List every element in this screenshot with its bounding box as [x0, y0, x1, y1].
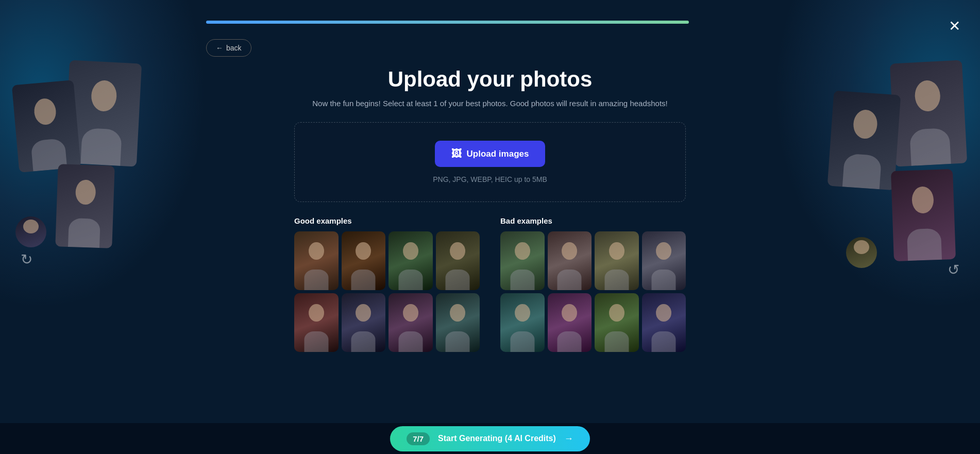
- good-example-7: [388, 293, 433, 352]
- upload-icon: 🖼: [451, 148, 462, 160]
- close-button[interactable]: ✕: [944, 15, 965, 36]
- good-examples-grid: [294, 231, 480, 352]
- upload-dropzone[interactable]: 🖼 Upload images PNG, JPG, WEBP, HEIC up …: [294, 122, 686, 202]
- page-subtitle: Now the fun begins! Select at least 1 of…: [312, 99, 668, 108]
- good-example-2: [342, 231, 386, 290]
- cta-arrow-icon: →: [564, 433, 573, 444]
- upload-counter: 7/7: [407, 432, 430, 445]
- bad-example-7: [595, 293, 639, 352]
- bad-example-4: [642, 231, 686, 290]
- bad-example-2: [548, 231, 592, 290]
- progress-bar-fill: [206, 21, 689, 24]
- good-example-6: [342, 293, 386, 352]
- bad-example-3: [595, 231, 639, 290]
- bad-example-5: [500, 293, 545, 352]
- good-example-3: [388, 231, 433, 290]
- bad-examples-label: Bad examples: [500, 216, 686, 225]
- good-examples-col: Good examples: [294, 216, 480, 352]
- page-title: Upload your photos: [388, 67, 593, 92]
- bad-example-1: [500, 231, 545, 290]
- bottom-cta-bar: 7/7 Start Generating (4 AI Credits) →: [0, 423, 980, 454]
- start-generating-button[interactable]: 7/7 Start Generating (4 AI Credits) →: [390, 426, 590, 451]
- upload-images-button[interactable]: 🖼 Upload images: [435, 141, 546, 167]
- good-example-8: [436, 293, 480, 352]
- upload-button-label: Upload images: [467, 149, 529, 159]
- good-example-4: [436, 231, 480, 290]
- bad-examples-col: Bad examples: [500, 216, 686, 352]
- bad-example-6: [548, 293, 592, 352]
- good-example-5: [294, 293, 339, 352]
- bad-example-8: [642, 293, 686, 352]
- progress-bar-container: [206, 21, 774, 24]
- good-examples-label: Good examples: [294, 216, 480, 225]
- upload-format-hint: PNG, JPG, WEBP, HEIC up to 5MB: [433, 175, 547, 183]
- examples-section: Good examples: [294, 216, 686, 352]
- cta-label: Start Generating (4 AI Credits): [438, 434, 556, 443]
- main-content: Upload your photos Now the fun begins! S…: [0, 36, 980, 352]
- good-example-1: [294, 231, 339, 290]
- bad-examples-grid: [500, 231, 686, 352]
